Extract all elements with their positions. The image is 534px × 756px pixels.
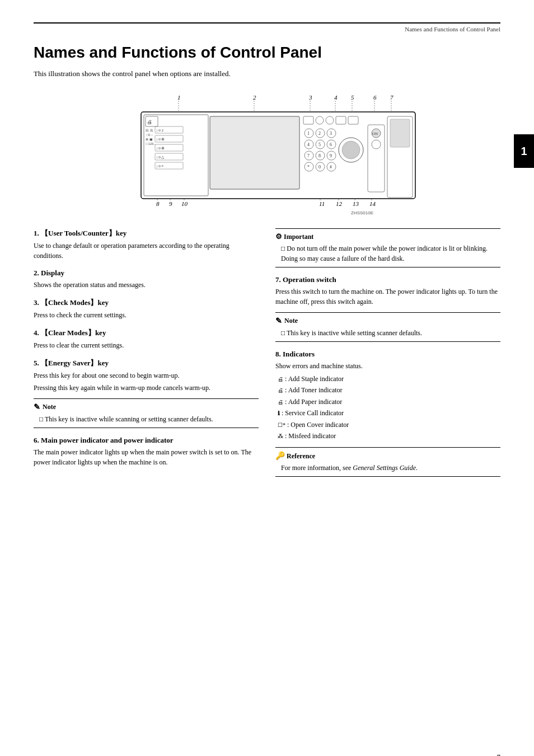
- svg-rect-15: [144, 115, 208, 196]
- svg-text:6: 6: [330, 142, 332, 147]
- section-5-title: 5. 【Energy Saver】key: [34, 358, 259, 368]
- svg-text:4: 4: [334, 94, 338, 101]
- svg-rect-33: [303, 116, 313, 124]
- section-7-title: 7. Operation switch: [275, 275, 500, 284]
- section-6-body: The main power indicator lights up when …: [34, 447, 259, 467]
- svg-text:↑ D→: ↑ D→: [146, 133, 153, 137]
- svg-text:2: 2: [318, 131, 321, 136]
- svg-text:🖨: 🖨: [147, 119, 152, 125]
- indicator-list: 🖨 : Add Staple indicator 🖨 : Add Toner i…: [275, 373, 500, 442]
- section-3-title: 3. 【Check Modes】key: [34, 298, 259, 308]
- two-col-layout: 1. 【User Tools/Counter】key Use to change…: [34, 228, 500, 477]
- svg-text:⊕ ▣: ⊕ ▣: [146, 138, 153, 141]
- svg-point-63: [342, 141, 360, 159]
- right-column: ⚙ Important □ Do not turn off the main p…: [275, 228, 500, 477]
- indicator-item-paper: 🖨 : Add Paper indicator: [278, 396, 500, 407]
- note-box-2: ✎ Note □ This key is inactive while sett…: [275, 312, 500, 342]
- svg-text:□ 123...: □ 123...: [146, 142, 156, 145]
- page-title: Names and Functions of Control Panel: [34, 44, 500, 62]
- svg-text:| 0 ≡: | 0 ≡: [157, 164, 163, 168]
- paper-icon: 🖨: [278, 399, 283, 405]
- staple-icon: 🖨: [278, 376, 283, 382]
- svg-text:4: 4: [307, 142, 310, 147]
- diagram-svg: 1 2 3 4 5 6 7 �: [110, 88, 424, 217]
- svg-text:1: 1: [307, 131, 310, 136]
- svg-text:11: 11: [319, 200, 325, 207]
- page-number: 7: [497, 753, 501, 756]
- note-1-body: □ This key is inactive while scanning or…: [34, 414, 259, 424]
- important-title: ⚙ Important: [275, 232, 500, 241]
- section-2-body: Shows the operation status and messages.: [34, 280, 259, 290]
- indicator-item-staple: 🖨 : Add Staple indicator: [278, 373, 500, 384]
- svg-point-35: [326, 116, 334, 124]
- svg-text:7: 7: [307, 153, 310, 158]
- svg-text:2: 2: [253, 94, 256, 101]
- section-2-title: 2. Display: [34, 269, 259, 278]
- important-box: ⚙ Important □ Do not turn off the main p…: [275, 228, 500, 267]
- section-1-title: 1. 【User Tools/Counter】key: [34, 228, 259, 238]
- section-8-body: Show errors and machine status.: [275, 361, 500, 371]
- svg-text:3: 3: [308, 94, 312, 101]
- left-column: 1. 【User Tools/Counter】key Use to change…: [34, 228, 259, 477]
- section-5-body1: Press this key for about one second to b…: [34, 370, 259, 381]
- svg-text:| 0 2: | 0 2: [157, 128, 163, 133]
- svg-text:5: 5: [318, 142, 321, 147]
- service-icon: ℹ: [278, 410, 280, 416]
- svg-text:8: 8: [156, 200, 160, 207]
- tab-label: 1: [521, 145, 527, 158]
- svg-rect-36: [336, 116, 346, 124]
- svg-text:9: 9: [330, 153, 332, 158]
- note-1-title: ✎ Note: [34, 402, 259, 412]
- svg-text:12: 12: [336, 200, 343, 207]
- svg-text:5: 5: [351, 94, 354, 101]
- svg-text:1: 1: [177, 94, 181, 101]
- note-2-title: ✎ Note: [275, 316, 500, 326]
- indicator-item-cover: ☐* : Open Cover indicator: [278, 419, 500, 430]
- section-1-body: Use to change default or operation param…: [34, 241, 259, 261]
- section-5-body2: Pressing this key again while in warm-up…: [34, 383, 259, 393]
- indicator-item-toner: 🖨 : Add Toner indicator: [278, 384, 500, 396]
- svg-text:| 0 ⊗: | 0 ⊗: [157, 146, 165, 151]
- reference-title: 🔑 Reference: [275, 451, 500, 461]
- intro-text: This illustration shows the control pane…: [34, 69, 500, 78]
- svg-rect-32: [210, 116, 299, 189]
- section-6-title: 6. Main power indicator and power indica…: [34, 436, 259, 445]
- section-3-body: Press to check the current settings.: [34, 310, 259, 320]
- svg-rect-69: [390, 119, 410, 147]
- reference-body: For more information, see General Settin…: [275, 463, 500, 473]
- svg-text:10: 10: [181, 200, 188, 207]
- svg-text:#: #: [330, 165, 332, 170]
- section-4-title: 4. 【Clear Modes】key: [34, 328, 259, 338]
- main-content: Names and Functions of Control Panel Thi…: [0, 32, 534, 499]
- misfeed-icon: ⁂: [278, 433, 283, 439]
- note-box-1: ✎ Note □ This key is inactive while scan…: [34, 398, 259, 428]
- toner-icon: 🖨: [278, 387, 283, 393]
- svg-point-34: [316, 116, 324, 124]
- svg-text:9: 9: [169, 200, 172, 207]
- svg-text:13: 13: [353, 200, 359, 207]
- section-7-body: Press this switch to turn the machine on…: [275, 287, 500, 307]
- svg-text:| 0 △: | 0 △: [157, 155, 165, 159]
- svg-text:| 0 ⊕: | 0 ⊕: [157, 137, 165, 142]
- svg-text:3: 3: [330, 131, 332, 136]
- page-container: Names and Functions of Control Panel 1 N…: [0, 22, 534, 756]
- right-tab: 1: [514, 134, 534, 168]
- section-4-body: Press to clear the current settings.: [34, 340, 259, 350]
- svg-point-67: [372, 140, 381, 149]
- svg-text:8: 8: [318, 153, 321, 158]
- control-panel-diagram: 1 2 3 4 5 6 7 �: [110, 88, 424, 217]
- svg-text:0: 0: [318, 165, 321, 170]
- indicator-item-misfeed: ⁂ : Misfeed indicator: [278, 430, 500, 442]
- section-8-title: 8. Indicators: [275, 350, 500, 359]
- svg-text:ZHSS010E: ZHSS010E: [351, 210, 373, 215]
- svg-text:出 出: 出 出: [146, 129, 153, 132]
- important-body: □ Do not turn off the main power while t…: [275, 243, 500, 264]
- indicator-item-service: ℹ : Service Call indicator: [278, 407, 500, 419]
- svg-text:6: 6: [373, 94, 377, 101]
- cover-icon: ☐*: [278, 422, 285, 428]
- svg-rect-37: [348, 116, 358, 124]
- svg-text:7: 7: [390, 94, 394, 101]
- note-2-body: □ This key is inactive while setting sca…: [275, 328, 500, 338]
- reference-box: 🔑 Reference For more information, see Ge…: [275, 447, 500, 477]
- svg-text:*: *: [307, 165, 310, 170]
